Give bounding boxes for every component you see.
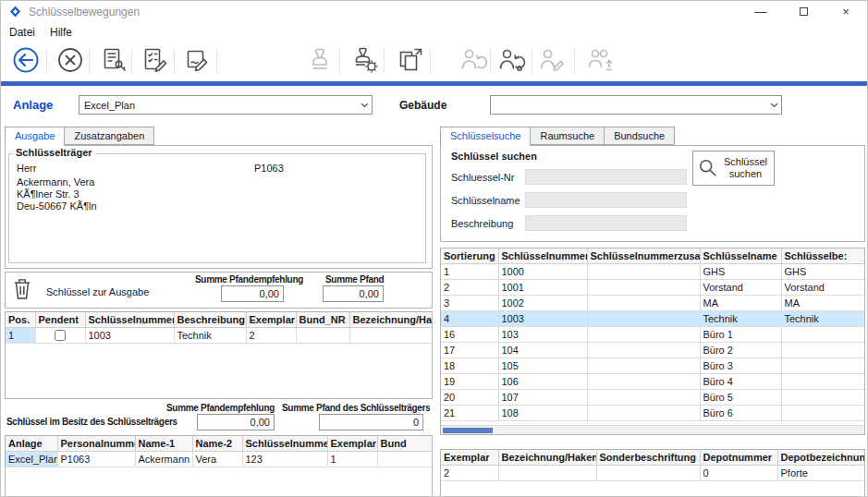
cancel-icon: [55, 45, 85, 75]
table-row[interactable]: 21001VorstandVorstand: [441, 280, 864, 296]
sum-recommendation-field[interactable]: 0,00: [221, 285, 284, 302]
column-header[interactable]: Sortierung: [441, 248, 498, 264]
traeger-group-label: Schlüsselträger: [13, 147, 95, 158]
besitz-sum-recommendation-field[interactable]: 0,00: [197, 414, 275, 430]
delete-key-button[interactable]: [12, 276, 32, 301]
chevron-down-icon[interactable]: [357, 96, 372, 114]
toolbar-separator: [46, 48, 47, 73]
cell-beschreibung: [781, 327, 864, 343]
besitz-sum-deposit-field[interactable]: 0: [319, 414, 423, 430]
column-header[interactable]: Bezeichnung/Haken: [349, 312, 432, 328]
traeger-city: Deu-50667 KÃ¶ln: [17, 200, 97, 212]
chevron-down-icon[interactable]: [766, 96, 781, 114]
copy-forward-button[interactable]: [394, 44, 425, 76]
stamp-settings-button[interactable]: [348, 44, 380, 76]
table-row[interactable]: 31002MAMA: [441, 296, 864, 311]
person-sync-settings-button[interactable]: [495, 44, 527, 76]
cell-name1: Ackermann: [135, 452, 192, 467]
column-header[interactable]: Schlüsselnummer: [498, 248, 587, 264]
person-edit-button[interactable]: [536, 44, 568, 76]
column-header[interactable]: Pendent: [35, 312, 85, 328]
tab-ausgabe[interactable]: Ausgabe: [5, 127, 65, 146]
table-row[interactable]: 20Pforte: [441, 466, 864, 481]
signature-button[interactable]: [182, 44, 214, 76]
column-header[interactable]: Personalnummer: [57, 436, 135, 452]
beschreibung-input[interactable]: [525, 215, 687, 231]
schluesselname-input[interactable]: [525, 192, 687, 208]
cell-sortierung: 16: [441, 327, 498, 343]
h-scrollbar[interactable]: [441, 425, 864, 434]
back-icon: [11, 45, 41, 75]
maximize-button[interactable]: [782, 0, 825, 23]
cell-sortierung: 20: [441, 390, 498, 406]
tab-zusatzangaben[interactable]: Zusatzangaben: [65, 127, 154, 145]
column-header[interactable]: Depotbezeichnung: [777, 450, 864, 466]
minimize-button[interactable]: —: [740, 0, 782, 23]
checklist-edit-button[interactable]: [140, 44, 171, 76]
column-header[interactable]: Exemplar: [327, 436, 377, 452]
table-row[interactable]: 17104Büro 2: [441, 343, 864, 358]
table-row[interactable]: Excel_PlanP1063AckermannVera1231: [6, 452, 432, 467]
column-header[interactable]: Schlüsselnummerzusatz: [587, 248, 700, 264]
column-header[interactable]: Bund_NR: [296, 312, 349, 328]
cell-sortierung: 3: [441, 296, 498, 311]
key-edit-icon: [99, 45, 128, 75]
column-header[interactable]: Schlüsselnummer: [85, 312, 174, 328]
column-header[interactable]: Schlüsselnummer: [242, 436, 327, 452]
table-row[interactable]: 21108Büro 6: [441, 406, 864, 421]
pendent-checkbox[interactable]: [55, 330, 66, 341]
column-header[interactable]: Depotnummer: [700, 450, 777, 466]
column-header[interactable]: Exemplar: [246, 312, 296, 328]
cancel-button[interactable]: [55, 44, 86, 76]
keys-table: SortierungSchlüsselnummerSchlüsselnummer…: [440, 248, 865, 435]
table-row[interactable]: 41003TechnikTechnik: [441, 311, 864, 327]
table-row[interactable]: 11003Technik2: [6, 328, 432, 344]
person-sync-settings-icon: [496, 45, 526, 75]
tab-schl-sselsuche[interactable]: Schlüsselsuche: [440, 127, 531, 146]
table-row[interactable]: 11000GHSGHS: [441, 264, 864, 280]
cell-name: Büro 1: [700, 327, 781, 343]
column-header[interactable]: Name-1: [135, 436, 192, 452]
sum-deposit-field[interactable]: 0,00: [323, 285, 384, 302]
column-header[interactable]: Beschreibung: [174, 312, 246, 328]
traeger-salutation: Herr: [17, 163, 36, 174]
person-sync-button[interactable]: [458, 44, 489, 76]
key-edit-button[interactable]: [98, 44, 129, 76]
column-header[interactable]: Exemplar: [441, 450, 498, 466]
table-row[interactable]: 18105Büro 3: [441, 358, 864, 374]
tab-bundsuche[interactable]: Bundsuche: [605, 127, 675, 145]
table-row[interactable]: 20107Büro 5: [441, 390, 864, 406]
tab-raumsuche[interactable]: Raumsuche: [531, 127, 605, 145]
column-header[interactable]: Bund: [377, 436, 432, 452]
column-header[interactable]: Anlage: [6, 436, 57, 452]
cell-bund_nr: [296, 328, 349, 344]
schluessel-nr-input[interactable]: [525, 169, 687, 185]
gebaeude-combobox[interactable]: [490, 95, 782, 115]
cell-beschreibung: MA: [781, 296, 864, 311]
checklist-edit-icon: [141, 45, 170, 75]
anlage-combobox[interactable]: Excel_Plan: [79, 95, 373, 115]
cell-nummer: 104: [498, 343, 587, 358]
stamp-button[interactable]: [304, 44, 336, 76]
table-row[interactable]: 19106Büro 4: [441, 374, 864, 390]
cell-name: Büro 2: [700, 343, 781, 358]
back-button[interactable]: [10, 44, 42, 76]
cell-sortierung: 4: [441, 311, 498, 327]
close-button[interactable]: ×: [825, 0, 867, 23]
table-row[interactable]: 16103Büro 1: [441, 327, 864, 343]
column-header[interactable]: Schlüsselbe:: [781, 248, 864, 264]
h-scrollbar-thumb[interactable]: [443, 428, 493, 433]
column-header[interactable]: Pos.: [6, 312, 35, 328]
column-header[interactable]: Bezeichnung/Haken: [498, 450, 596, 466]
cell-anlage: Excel_Plan: [6, 452, 57, 467]
column-header[interactable]: Sonderbeschriftung: [596, 450, 700, 466]
column-header[interactable]: Schlüsselname: [700, 248, 781, 264]
column-header[interactable]: Name-2: [192, 436, 242, 452]
right-tab-bar: SchlüsselsucheRaumsucheBundsuche: [440, 127, 675, 145]
besitz-owner-label: Schlüssel im Besitz des Schlüsselträgers: [6, 417, 196, 427]
group-sync-button[interactable]: [585, 44, 617, 76]
menu-datei[interactable]: Datei: [2, 26, 43, 39]
cell-beschreibung: Technik: [174, 328, 246, 344]
schluessel-suchen-button[interactable]: Schlüssel suchen: [692, 151, 775, 186]
menu-hilfe[interactable]: Hilfe: [43, 26, 79, 39]
